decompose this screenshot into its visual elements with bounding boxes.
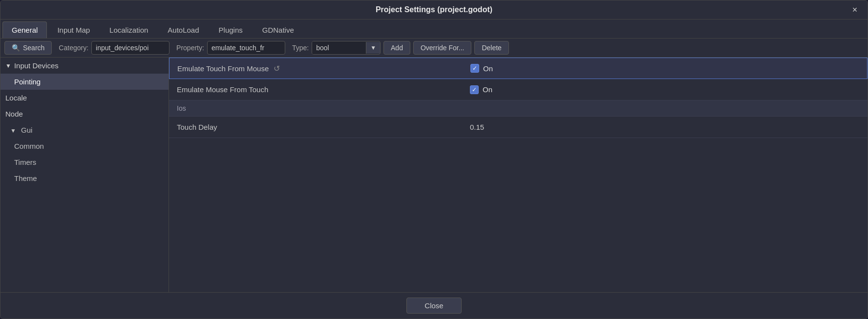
delete-button[interactable]: Delete [474, 41, 508, 55]
tab-autoload[interactable]: AutoLoad [158, 21, 208, 38]
project-settings-dialog: Project Settings (project.godot) × Gener… [0, 0, 868, 319]
section-header-ios: Ios [169, 100, 868, 117]
tab-plugins[interactable]: Plugins [210, 21, 252, 38]
reset-icon[interactable]: ↺ [274, 64, 280, 73]
main-content: ▼ Input Devices Pointing Locale Node ▼ G… [0, 58, 868, 292]
sidebar: ▼ Input Devices Pointing Locale Node ▼ G… [0, 58, 169, 292]
dialog-title: Project Settings (project.godot) [376, 5, 492, 14]
sidebar-group-gui[interactable]: ▼ Gui [0, 122, 169, 138]
property-input[interactable] [207, 41, 285, 55]
tab-bar: General Input Map Localization AutoLoad … [0, 20, 868, 39]
search-button[interactable]: 🔍 Search [4, 41, 52, 55]
setting-name-emulate-touch: Emulate Touch From Mouse ↺ [169, 59, 463, 78]
setting-value-touch-delay: 0.15 [462, 118, 868, 136]
category-label: Category: [59, 44, 88, 52]
table-row: Touch Delay 0.15 [169, 117, 868, 138]
dialog-close-button[interactable]: × [848, 3, 862, 17]
setting-value-emulate-touch: ✓ On [463, 59, 867, 78]
sidebar-item-timers[interactable]: Timers [0, 154, 169, 170]
type-select[interactable]: bool int float String [312, 41, 366, 54]
chevron-down-icon-gui: ▼ [10, 127, 16, 134]
sidebar-item-theme[interactable]: Theme [0, 170, 169, 186]
checkbox-on-2[interactable]: ✓ On [470, 85, 492, 94]
title-bar: Project Settings (project.godot) × [0, 0, 868, 20]
checkbox-on[interactable]: ✓ On [470, 64, 493, 73]
setting-value-emulate-mouse: ✓ On [462, 80, 868, 99]
close-dialog-button[interactable]: Close [406, 298, 461, 314]
type-label: Type: [292, 44, 309, 52]
tab-general[interactable]: General [2, 21, 47, 38]
settings-panel: Emulate Touch From Mouse ↺ ✓ On Emulate … [169, 58, 868, 292]
property-label: Property: [176, 44, 204, 52]
setting-name-emulate-mouse: Emulate Mouse From Touch [169, 80, 462, 99]
tab-gdnative[interactable]: GDNative [253, 21, 303, 38]
sidebar-item-pointing[interactable]: Pointing [0, 74, 169, 90]
sidebar-group-node[interactable]: Node [0, 106, 169, 122]
chevron-down-icon: ▼ [5, 62, 11, 69]
bottom-bar: Close [0, 292, 868, 319]
checkmark-icon: ✓ [470, 64, 479, 73]
sidebar-item-common[interactable]: Common [0, 138, 169, 154]
search-icon: 🔍 [12, 44, 20, 52]
tab-input-map[interactable]: Input Map [48, 21, 99, 38]
setting-name-touch-delay: Touch Delay [169, 118, 462, 136]
type-select-wrapper: bool int float String ▼ [312, 41, 381, 55]
add-button[interactable]: Add [383, 41, 410, 55]
category-input[interactable] [91, 41, 169, 55]
sidebar-group-input-devices[interactable]: ▼ Input Devices [0, 58, 169, 74]
toolbar: 🔍 Search Category: Property: Type: bool … [0, 39, 868, 58]
sidebar-group-locale[interactable]: Locale [0, 90, 169, 106]
tab-localization[interactable]: Localization [100, 21, 157, 38]
type-dropdown-arrow-icon[interactable]: ▼ [366, 42, 380, 54]
table-row: Emulate Mouse From Touch ✓ On [169, 79, 868, 100]
checkmark-icon-2: ✓ [470, 85, 479, 94]
override-button[interactable]: Override For... [413, 41, 471, 55]
table-row: Emulate Touch From Mouse ↺ ✓ On [169, 58, 868, 79]
